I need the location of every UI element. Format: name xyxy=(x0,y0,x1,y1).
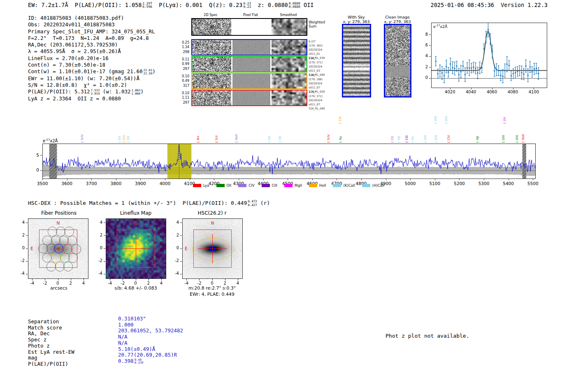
left-label-value: 0.25 xyxy=(174,40,189,45)
with-sky-image xyxy=(343,25,370,96)
report-version: Version 1.22.3 xyxy=(501,2,548,8)
with-sky-title: With Sky xyxy=(340,15,373,19)
emission-line-label: { HeII xyxy=(521,134,525,143)
emission-line-label: { OII xyxy=(126,136,130,143)
emission-line-label: { Hδ xyxy=(397,136,401,143)
emission-line-label: { HeII xyxy=(235,134,238,143)
emission-line-label: { SiIV xyxy=(80,135,84,143)
legend-swatch xyxy=(193,184,201,187)
pixel-flat-image xyxy=(232,40,270,55)
info-line: LineFlux = 2.70(±0.20)e-16 xyxy=(28,55,156,62)
left-label-value: 0.11 xyxy=(174,57,189,62)
panel-x-tick-label: 2 xyxy=(144,281,153,285)
compass-east-label: E xyxy=(185,246,188,251)
left-label-value: 1.11 xyxy=(174,95,189,100)
panel-x-tick-label: -4 xyxy=(27,281,37,285)
pixel-flat-image xyxy=(232,57,270,72)
tick-mark xyxy=(337,179,337,180)
pixel-flat-image xyxy=(232,90,270,105)
match-table-value: 20.77(20.69,20.85)R xyxy=(118,352,177,358)
legend-label: (K)CaII xyxy=(343,183,355,188)
spec2d-image xyxy=(192,57,231,72)
tick-mark xyxy=(199,279,200,281)
emission-line-label: { Hβ xyxy=(476,136,479,143)
legend-item: MgII xyxy=(284,183,302,188)
annotation-line: v011_01 xyxy=(309,52,330,56)
emission-line-label: { CIII xyxy=(405,135,409,143)
info-line: λ = 4055.95Å σ = 2.95(±0.26)Å xyxy=(28,48,156,55)
annotation-line: v011_07 xyxy=(309,86,330,90)
emission-line-label: { CII xyxy=(390,136,394,143)
tick-mark xyxy=(386,179,386,180)
panel-x-tick-label: 0 xyxy=(53,281,63,285)
annotation-line: 20220324 xyxy=(309,81,330,86)
compass-north-label: N xyxy=(135,220,138,225)
annotation-line: v011_03 xyxy=(309,69,330,73)
spec2d-row xyxy=(191,18,307,36)
match-table-label: P(LAE)/P(OII) xyxy=(28,361,68,367)
spec2d-column-header: Pixel Flat xyxy=(234,13,267,17)
emission-line-label: { OII xyxy=(118,136,121,143)
left-label-value: 0.49 xyxy=(174,79,189,84)
annotation-line: (279, 371) xyxy=(309,94,330,98)
left-label-value: 0.99 xyxy=(174,62,189,67)
hsc-cutout-panel: NE xyxy=(182,218,243,279)
info-line: Cont(n) = 7.30(±0.50)e-18 xyxy=(28,62,156,68)
spec2d-row-left-labels: 0.251.34298 xyxy=(174,39,189,56)
annotation-line: 20220324 xyxy=(309,98,330,102)
match-table-value: 0.3980.480.339 xyxy=(118,358,143,364)
pixel-flat-image xyxy=(232,19,270,35)
compass-north-label: N xyxy=(211,220,214,225)
annotation-line: 1.43" xyxy=(309,73,330,77)
panel-y-tick-label: -2 xyxy=(94,258,102,263)
spec2d-row-annotations: 1.72"(279, 371)20220324v011_07324_RL_040 xyxy=(309,90,330,111)
lineflux-caption: s/b: 4.68 +/- 0.083 xyxy=(99,285,173,291)
smoothed-image xyxy=(272,40,307,55)
tick-mark xyxy=(71,279,71,281)
annotation-line: (279, 363) xyxy=(309,44,330,48)
tick-mark xyxy=(45,279,45,281)
emission-line-label: { NV xyxy=(196,136,200,143)
match-table-label: Match score xyxy=(28,325,62,331)
panel-y-tick-label: -2 xyxy=(16,258,25,263)
inset-canvas xyxy=(432,23,547,88)
match-table-label: Separation xyxy=(28,318,59,325)
tick-mark xyxy=(238,279,238,281)
tick-mark xyxy=(104,223,105,223)
emission-line-label: { Hδ xyxy=(267,136,271,143)
match-table-value: 1.000 xyxy=(118,322,134,328)
summary-header: EW: 7.2±1.7Å P(LAE)/P(OII): 1.0582.2970.… xyxy=(28,2,314,9)
smoothed-image xyxy=(272,57,307,72)
panel-y-tick-label: 2 xyxy=(171,233,179,237)
report-meta: 2025-01-06 08:45:36 Version 1.22.3 xyxy=(431,2,548,8)
legend-item: (H)CaII xyxy=(362,183,384,188)
crosshair-horizontal xyxy=(121,248,151,249)
annotation-line: v011_07 xyxy=(309,102,330,107)
tick-mark xyxy=(180,235,182,236)
annotation-line: 324_RL_040 xyxy=(309,107,330,111)
panel-x-tick-label: 4 xyxy=(79,281,88,285)
emission-line-label: { OIII xyxy=(444,116,448,124)
legend-label: (H)CaII xyxy=(372,183,384,188)
panel-y-tick-label: -2 xyxy=(171,258,179,263)
inset-y-tick-label: 0 xyxy=(420,75,428,80)
left-label-value: 0.10 xyxy=(174,91,189,96)
panel-y-tick-label: 4 xyxy=(16,220,25,225)
tick-mark xyxy=(492,88,492,89)
tick-mark xyxy=(26,248,28,249)
pixel-flat-image xyxy=(232,74,270,88)
clean-image-panel xyxy=(384,24,411,97)
tick-mark xyxy=(180,223,182,223)
panel-x-tick-label: 4 xyxy=(233,281,243,285)
clean-image-title: Clean Image xyxy=(381,15,414,19)
tick-mark xyxy=(40,155,42,155)
annotation-line: 20220324 xyxy=(309,48,330,52)
tick-mark xyxy=(190,179,190,180)
panel-y-tick-label: 0 xyxy=(16,246,25,250)
emission-line-label: { SiIV xyxy=(327,135,330,143)
center-marker-plus-h xyxy=(56,248,60,249)
info-line: RA,Dec (203.061172,53.792530) xyxy=(28,42,156,48)
cutout-panel-title: Fiber Positions xyxy=(30,210,88,216)
panel-y-tick-label: 4 xyxy=(94,220,102,225)
left-label-value: 0.10 xyxy=(174,74,189,79)
